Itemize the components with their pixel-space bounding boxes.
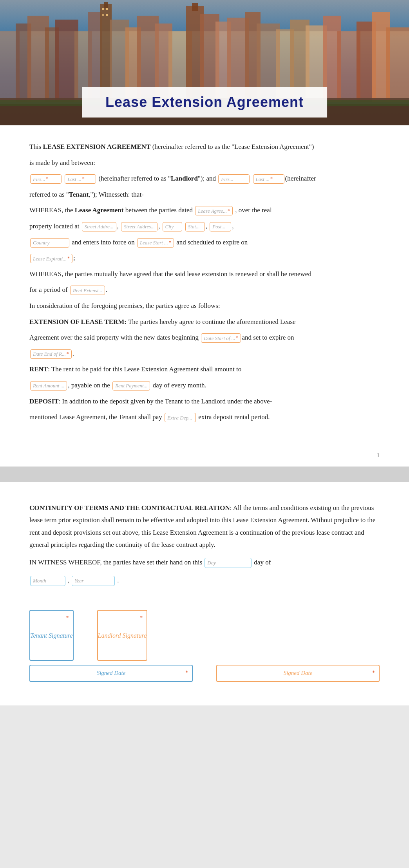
- landlord-signature-label: Landlord Signature: [98, 630, 147, 642]
- page-1-content: This LEASE EXTENSION AGREEMENT (hereinaf…: [0, 125, 409, 443]
- country-field[interactable]: Country: [30, 238, 69, 248]
- tenant-signature-label: Tenant Signature: [30, 630, 73, 642]
- consideration-text: In consideration of the foregoing premis…: [29, 300, 380, 312]
- intro-made-by: is made by and between:: [29, 157, 380, 169]
- rent-payment-field[interactable]: Rent Payment...: [112, 381, 150, 391]
- rent-amount-field[interactable]: Rent Amount ...: [30, 381, 67, 391]
- lease-start-field[interactable]: Lease Start ...*: [137, 238, 174, 248]
- month-year-line: Month , Year .: [29, 574, 380, 586]
- intro-text-2: (hereinafter referred to as the "Lease E…: [150, 143, 314, 150]
- hero-image: Lease Extension Agreement: [0, 0, 409, 125]
- tenant-line-2: referred to as "Tenant,"); Witnesseth: t…: [29, 189, 380, 201]
- state-field[interactable]: Stat...: [185, 222, 205, 231]
- document-title-box: Lease Extension Agreement: [82, 87, 327, 118]
- month-field[interactable]: Month: [30, 576, 65, 586]
- landlord-signed-date-box[interactable]: * Signed Date: [216, 665, 380, 682]
- date-box-row: * Signed Date * Signed Date: [29, 665, 380, 682]
- landlord-sig-column: * Landlord Signature: [97, 610, 148, 661]
- tenant-label-1: (hereinafter: [285, 175, 316, 182]
- page-2: CONTINUITY OF TERMS AND THE CONTRACTUAL …: [0, 482, 409, 706]
- landlord-first-field[interactable]: Firs...*: [30, 174, 62, 184]
- extension-term: EXTENSION OF LEASE TERM: The parties her…: [29, 316, 380, 328]
- date-end-line: Date End of R...* .: [29, 348, 380, 360]
- extension-bold: EXTENSION OF LEASE TERM:: [29, 318, 127, 326]
- continuity-bold: CONTINUITY OF TERMS AND THE CONTRACTUAL …: [29, 504, 230, 512]
- page-1: Lease Extension Agreement This LEASE EXT…: [0, 0, 409, 467]
- lease-expiration-field[interactable]: Lease Expirati...*: [30, 254, 72, 263]
- tenant-last-field[interactable]: Last ...*: [253, 174, 284, 184]
- whereas-period: for a period of Rent Extensi... .: [29, 284, 380, 296]
- landlord-line: Firs...* Last ...* (hereinafter referred…: [29, 173, 380, 185]
- svg-rect-34: [106, 14, 108, 16]
- deposit-bold: DEPOSIT: [29, 398, 59, 405]
- city-field[interactable]: City: [163, 222, 182, 231]
- landlord-date-req: *: [372, 668, 375, 678]
- deposit-amount-line: mentioned Lease Agreement, the Tenant sh…: [29, 411, 380, 423]
- landlord-signature-box[interactable]: * Landlord Signature: [97, 610, 148, 661]
- lease-agreement-bold: Lease Agreement: [75, 206, 124, 214]
- postal-field[interactable]: Post...: [210, 222, 231, 231]
- landlord-label-2: "); and: [198, 175, 217, 182]
- witness-text: IN WITNESS WHEREOF, the parties have set…: [29, 556, 202, 568]
- tenant-signature-box[interactable]: * Tenant Signature: [29, 610, 74, 661]
- rent-bold: RENT: [29, 365, 48, 373]
- date-end-field[interactable]: Date End of R...*: [30, 349, 72, 359]
- deposit-section: DEPOSIT: In addition to the deposit give…: [29, 396, 380, 408]
- landlord-signed-date-label: Signed Date: [284, 668, 313, 679]
- witness-line: IN WITNESS WHEREOF, the parties have set…: [29, 556, 380, 568]
- page-number: 1: [377, 452, 380, 459]
- date-start-field[interactable]: Date Start of ...*: [201, 333, 241, 343]
- svg-rect-30: [386, 27, 409, 102]
- whereas-3: Country and enters into force on Lease S…: [29, 237, 380, 249]
- whereas-1: WHEREAS, the Lease Agreement between the…: [29, 204, 380, 217]
- extra-deposit-field[interactable]: Extra Dep...: [165, 413, 196, 422]
- intro-bold: LEASE EXTENSION AGREEMENT: [43, 143, 150, 150]
- lease-agree-date-field[interactable]: Lease Agree...*: [195, 206, 233, 215]
- tenant-label-bold: Tenant: [69, 191, 89, 198]
- intro-paragraph: This LEASE EXTENSION AGREEMENT (hereinaf…: [29, 141, 380, 153]
- whereas-renewal: WHEREAS, the parties mutually have agree…: [29, 268, 380, 280]
- rent-amount-line: Rent Amount ... , payable on the Rent Pa…: [29, 380, 380, 392]
- tenant-sig-column: * Tenant Signature: [29, 610, 74, 661]
- whereas-4: Lease Expirati...* ;: [29, 252, 380, 264]
- whereas-2: property located at Street Addre... , St…: [29, 221, 380, 233]
- year-field[interactable]: Year: [72, 576, 115, 586]
- landlord-last-field[interactable]: Last ...*: [65, 174, 96, 184]
- extension-dates: Agreement over the said property with th…: [29, 332, 380, 344]
- svg-rect-10: [104, 2, 108, 8]
- tenant-signed-date-box[interactable]: * Signed Date: [29, 665, 193, 682]
- page-break: [0, 467, 409, 482]
- street-address1-field[interactable]: Street Addre...: [82, 222, 116, 231]
- rent-extension-field[interactable]: Rent Extensi...: [70, 286, 105, 295]
- svg-rect-17: [192, 3, 198, 11]
- rent-section: RENT: The rent to be paid for this Lease…: [29, 363, 380, 376]
- day-field[interactable]: Day: [204, 558, 252, 568]
- witness-day-of: day of: [254, 556, 271, 568]
- landlord-sig-required: *: [140, 613, 143, 623]
- document-title: Lease Extension Agreement: [105, 94, 304, 110]
- svg-rect-32: [106, 8, 108, 10]
- continuity-paragraph: CONTINUITY OF TERMS AND THE CONTRACTUAL …: [29, 502, 380, 551]
- street-address2-field[interactable]: Street Addres...: [121, 222, 157, 231]
- tenant-sig-required: *: [66, 613, 69, 623]
- witness-period: .: [117, 574, 119, 586]
- tenant-date-req: *: [185, 668, 188, 678]
- svg-rect-33: [102, 14, 104, 16]
- signature-section: * Tenant Signature * Landlord Signature: [29, 610, 380, 661]
- tenant-signed-date-label: Signed Date: [97, 668, 126, 679]
- tenant-first-field[interactable]: Firs...: [218, 174, 250, 184]
- landlord-label-1: (hereinafter referred to as ": [99, 175, 171, 182]
- month-year-separator: ,: [68, 574, 69, 586]
- svg-rect-31: [102, 8, 104, 10]
- landlord-label-bold: Landlord: [171, 175, 198, 182]
- intro-text-1: This: [29, 143, 43, 150]
